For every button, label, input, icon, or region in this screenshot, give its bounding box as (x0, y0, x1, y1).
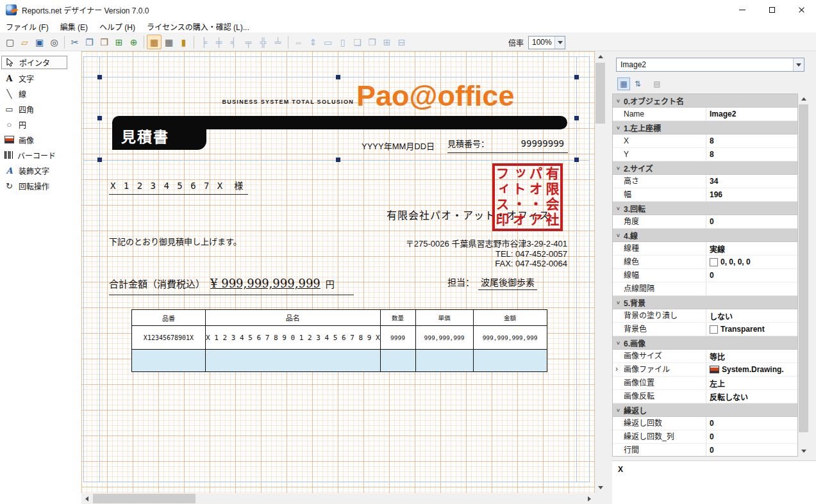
cut-button[interactable]: ✂ (67, 35, 82, 49)
property-row[interactable]: NameImage2 (613, 108, 797, 121)
property-row[interactable]: X8 (613, 134, 797, 148)
expand-icon[interactable]: › (615, 364, 618, 373)
copy-button[interactable]: ❐ (82, 35, 97, 49)
paste-button[interactable]: ❒ (97, 35, 112, 49)
selection-handle[interactable] (574, 158, 579, 162)
property-value[interactable]: 0 (706, 417, 797, 430)
alphabetical-button[interactable]: ⇅ (631, 77, 644, 90)
selection-handle[interactable] (336, 158, 340, 162)
property-row[interactable]: 点線間隔 (613, 282, 797, 296)
representative-field[interactable]: 担当： 波尾後御歩素 (447, 275, 537, 290)
property-value[interactable]: Image2 (706, 108, 797, 120)
items-table[interactable]: 品番品名数量単価金額X12345678901XX 1 2 3 4 5 6 7 8… (131, 309, 547, 372)
duplicate-button[interactable]: ⊕ (126, 35, 141, 49)
canvas-horizontal-scrollbar[interactable] (81, 493, 595, 504)
print-preview-button[interactable]: ◎ (47, 35, 62, 49)
table-cell[interactable]: 9999 (380, 326, 415, 350)
zoom-combobox[interactable]: 100% (528, 36, 565, 49)
property-row[interactable]: 繰返し回数0 (613, 417, 797, 430)
selection-handle[interactable] (574, 75, 579, 79)
property-category[interactable]: ∨繰返し (613, 403, 797, 417)
property-row[interactable]: ›画像ファイルSystem.Drawing. (613, 363, 797, 377)
property-value[interactable] (706, 282, 797, 295)
scroll-down-button[interactable] (595, 482, 606, 493)
tool-rotate[interactable]: ↻回転操作 (0, 178, 81, 193)
property-category[interactable]: ∨5.背景 (613, 296, 797, 309)
property-row[interactable]: 線色0, 0, 0, 0 (613, 256, 797, 269)
selection-handle[interactable] (574, 116, 579, 120)
scroll-up-button[interactable] (798, 93, 809, 104)
zoom-dropdown-button[interactable] (554, 37, 565, 49)
table-header-cell[interactable]: 数量 (380, 310, 415, 326)
property-row[interactable]: 行間0 (613, 444, 797, 457)
logo-tagline-text[interactable]: BUSINESS SYSTEM TOTAL SOLUSION (200, 99, 354, 105)
property-category[interactable]: ∨0.オブジェクト名 (613, 94, 797, 108)
table-cell[interactable]: X 1 2 3 4 5 6 7 8 9 0 1 2 3 4 5 6 7 8 9 … (206, 326, 381, 350)
table-cell[interactable] (206, 350, 381, 372)
property-row[interactable]: 繰返し回数_列0 (613, 430, 797, 444)
save-file-button[interactable]: ▣ (32, 35, 47, 49)
property-row[interactable]: 画像反転反転しない (613, 390, 797, 403)
property-row[interactable]: Y8 (613, 148, 797, 161)
property-value[interactable]: しない (706, 309, 797, 322)
property-value[interactable]: 0 (706, 444, 797, 457)
table-cell[interactable] (380, 350, 415, 372)
customer-name-text[interactable]: X 1 2 3 4 5 6 7 X 様 (109, 179, 248, 195)
total-amount-field[interactable]: 合計金額（消費税込） ¥ 999,999,999,999 円 (109, 277, 354, 295)
menu-item-edit[interactable]: 編集 (E) (54, 19, 94, 33)
logo-text[interactable]: Pao@office (356, 79, 514, 113)
categorized-button[interactable]: ▦ (617, 77, 630, 90)
property-value[interactable]: 左上 (706, 377, 797, 389)
property-value[interactable]: 8 (706, 134, 797, 147)
tool-pointer[interactable]: ポインタ (1, 56, 67, 69)
property-category[interactable]: ∨6.画像 (613, 336, 797, 350)
scroll-right-button[interactable] (584, 493, 595, 504)
greeting-text[interactable]: 下記のとおり御見積申し上げます。 (109, 235, 242, 247)
table-cell[interactable] (473, 350, 547, 372)
select-mode-button[interactable]: ▦ (147, 35, 162, 49)
table-header-cell[interactable]: 品番 (132, 310, 206, 326)
property-row[interactable]: 高さ34 (613, 175, 797, 188)
tool-text[interactable]: A文字 (0, 70, 81, 86)
tool-deco-text[interactable]: A装飾文字 (0, 163, 81, 178)
tool-line[interactable]: ╲線 (0, 86, 81, 101)
property-row[interactable]: 線幅0 (613, 269, 797, 282)
property-value[interactable]: 34 (706, 175, 797, 188)
table-cell[interactable] (415, 350, 473, 372)
tool-rect[interactable]: ▭四角 (0, 101, 81, 117)
company-seal-stamp[interactable]: 有限会社パオ・アット・オフィス印 (492, 163, 563, 231)
tool-circle[interactable]: ○円 (0, 117, 81, 132)
company-address-block[interactable]: 〒275-0026 千葉県習志野市谷津3-29-2-401 TEL: 047-4… (351, 239, 567, 269)
table-header-cell[interactable]: 品名 (206, 310, 381, 326)
property-grid-scrollbar[interactable] (798, 93, 809, 457)
scroll-up-button[interactable] (595, 51, 606, 62)
table-header-cell[interactable]: 金額 (473, 310, 547, 326)
design-canvas[interactable]: BUSINESS SYSTEM TOTAL SOLUSION Pao@offic… (81, 51, 595, 493)
property-value[interactable]: 0 (706, 269, 797, 282)
minimize-button[interactable] (728, 0, 757, 19)
property-row[interactable]: 角度0 (613, 215, 797, 229)
close-button[interactable] (787, 0, 816, 19)
object-selector-combobox[interactable]: Image2 (616, 58, 804, 72)
property-value[interactable]: 0 (706, 215, 797, 228)
vertical-scroll-thumb[interactable] (595, 63, 605, 124)
menu-item-license[interactable]: ライセンスの購入・確認 (L)... (141, 19, 255, 33)
table-header-cell[interactable]: 単価 (415, 310, 473, 326)
canvas-vertical-scrollbar[interactable] (595, 51, 606, 493)
property-category[interactable]: ∨3.回転 (613, 202, 797, 215)
property-row[interactable]: 線種実線 (613, 242, 797, 256)
object-selector-dropdown-button[interactable] (793, 58, 804, 71)
property-value[interactable]: Transparent (706, 323, 797, 336)
tool-barcode[interactable]: バーコード (0, 147, 81, 163)
property-value[interactable]: 196 (706, 188, 797, 201)
property-value[interactable]: 実線 (706, 242, 797, 255)
menu-item-file[interactable]: ファイル (F) (0, 19, 54, 33)
new-document-button[interactable]: ▢ (3, 35, 17, 49)
property-row[interactable]: 画像位置左上 (613, 377, 797, 390)
paste-special-button[interactable]: ⊞ (112, 35, 126, 49)
property-value[interactable]: 8 (706, 148, 797, 161)
report-title-box[interactable]: 見積書 (112, 122, 206, 150)
date-placeholder-text[interactable]: YYYY年MM月DD日 (362, 140, 435, 152)
scroll-left-button[interactable] (81, 493, 92, 504)
table-cell[interactable]: 999,999,999,999 (473, 326, 547, 350)
